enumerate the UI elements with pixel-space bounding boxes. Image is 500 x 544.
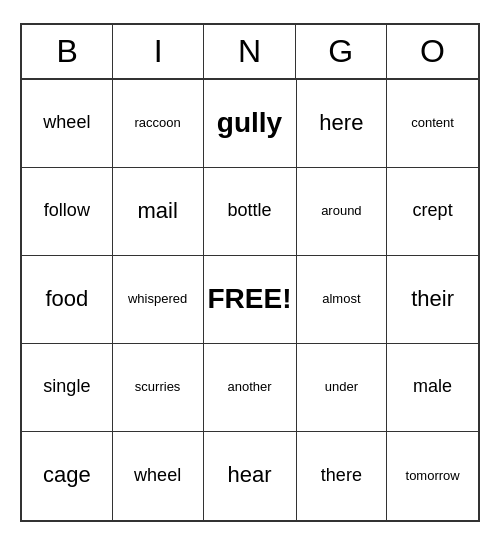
bingo-cell-text: wheel [43, 112, 90, 134]
bingo-cell: there [297, 432, 388, 520]
bingo-header-letter: G [296, 25, 387, 78]
bingo-cell: wheel [22, 80, 113, 168]
bingo-cell: male [387, 344, 478, 432]
bingo-cell: crept [387, 168, 478, 256]
bingo-cell: single [22, 344, 113, 432]
bingo-cell: around [297, 168, 388, 256]
bingo-cell-text: raccoon [135, 115, 181, 131]
bingo-header-letter: O [387, 25, 478, 78]
bingo-card: BINGO wheelraccoongullyherecontentfollow… [20, 23, 480, 522]
bingo-cell-text: FREE! [208, 282, 292, 316]
bingo-cell-text: tomorrow [406, 468, 460, 484]
bingo-cell-text: food [45, 286, 88, 312]
bingo-cell-text: crept [413, 200, 453, 222]
bingo-cell-text: follow [44, 200, 90, 222]
bingo-cell: here [297, 80, 388, 168]
bingo-header-letter: N [204, 25, 295, 78]
bingo-header: BINGO [22, 25, 478, 80]
bingo-cell: gully [204, 80, 297, 168]
bingo-cell: hear [204, 432, 297, 520]
bingo-header-letter: B [22, 25, 113, 78]
bingo-cell-text: single [43, 376, 90, 398]
bingo-cell: almost [297, 256, 388, 344]
bingo-cell: FREE! [204, 256, 297, 344]
bingo-cell: bottle [204, 168, 297, 256]
bingo-cell: under [297, 344, 388, 432]
bingo-cell: another [204, 344, 297, 432]
bingo-cell: follow [22, 168, 113, 256]
bingo-cell-text: almost [322, 291, 360, 307]
bingo-cell-text: wheel [134, 465, 181, 487]
bingo-cell-text: hear [227, 462, 271, 488]
bingo-cell-text: bottle [227, 200, 271, 222]
bingo-cell-text: around [321, 203, 361, 219]
bingo-cell-text: under [325, 379, 358, 395]
bingo-header-letter: I [113, 25, 204, 78]
bingo-cell: food [22, 256, 113, 344]
bingo-cell: mail [113, 168, 204, 256]
bingo-cell-text: their [411, 286, 454, 312]
bingo-cell-text: male [413, 376, 452, 398]
bingo-cell-text: gully [217, 106, 282, 140]
bingo-cell-text: another [227, 379, 271, 395]
bingo-cell-text: content [411, 115, 454, 131]
bingo-cell-text: whispered [128, 291, 187, 307]
bingo-cell-text: here [319, 110, 363, 136]
bingo-cell: content [387, 80, 478, 168]
bingo-cell-text: mail [137, 198, 177, 224]
bingo-cell: raccoon [113, 80, 204, 168]
bingo-cell: their [387, 256, 478, 344]
bingo-cell: scurries [113, 344, 204, 432]
bingo-cell: tomorrow [387, 432, 478, 520]
bingo-grid: wheelraccoongullyherecontentfollowmailbo… [22, 80, 478, 520]
bingo-cell: cage [22, 432, 113, 520]
bingo-cell-text: cage [43, 462, 91, 488]
bingo-cell: whispered [113, 256, 204, 344]
bingo-cell-text: scurries [135, 379, 181, 395]
bingo-cell: wheel [113, 432, 204, 520]
bingo-cell-text: there [321, 465, 362, 487]
